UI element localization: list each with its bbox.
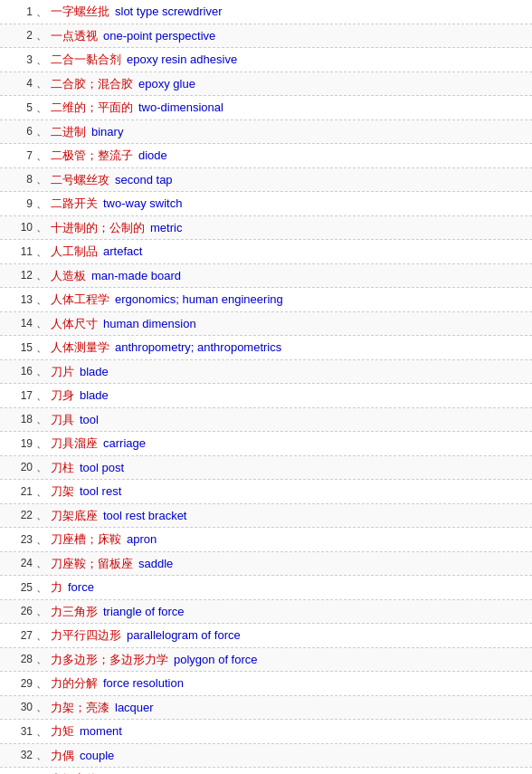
item-content: 力架；亮漆lacquer — [51, 699, 154, 717]
vocabulary-list: 1、一字螺丝批slot type screwdriver2、一点透视one-po… — [0, 0, 532, 774]
item-number: 13 — [4, 291, 33, 308]
list-item: 18、刀具tool — [0, 408, 532, 433]
item-content: 一点透视one-point perspective — [51, 27, 215, 45]
item-bullet: 、 — [36, 411, 47, 427]
item-bullet: 、 — [36, 435, 47, 452]
item-content: 二维的；平面的two-dimensional — [51, 99, 223, 117]
item-number: 21 — [4, 483, 33, 500]
item-number: 5 — [4, 100, 33, 116]
item-chinese: 刀柱 — [51, 459, 74, 477]
item-english: human dimension — [103, 315, 196, 333]
item-content: 刀架tool rest — [51, 483, 121, 501]
item-number: 26 — [4, 603, 33, 619]
item-bullet: 、 — [36, 747, 47, 763]
item-bullet: 、 — [36, 267, 47, 283]
item-number: 27 — [4, 627, 33, 644]
list-item: 32、力偶couple — [0, 744, 532, 769]
list-item: 10、十进制的；公制的metric — [0, 216, 532, 241]
item-content: 力force — [51, 578, 94, 597]
item-bullet: 、 — [36, 196, 47, 212]
item-number: 24 — [4, 555, 33, 571]
item-chinese: 力的分解 — [51, 674, 98, 693]
item-number: 6 — [4, 123, 33, 139]
item-chinese: 刀身 — [51, 387, 74, 405]
item-english: couple — [80, 747, 114, 765]
item-content: 刀具tool — [51, 411, 99, 429]
list-item: 16、刀片blade — [0, 360, 532, 385]
item-chinese: 刀座鞍；留板座 — [51, 555, 133, 573]
item-chinese: 力 — [51, 578, 62, 597]
item-number: 8 — [4, 171, 33, 187]
item-english: tool rest bracket — [103, 507, 187, 525]
item-chinese: 人体测量学 — [51, 339, 109, 357]
item-bullet: 、 — [36, 675, 47, 692]
item-number: 19 — [4, 435, 33, 452]
item-english: parallelogram of force — [127, 626, 241, 645]
item-content: 力多边形；多边形力学polygon of force — [51, 651, 258, 669]
item-chinese: 刀座槽；床鞍 — [51, 530, 121, 549]
item-content: 刀座槽；床鞍apron — [51, 530, 157, 549]
list-item: 33、力矩定律law of moment — [0, 768, 532, 774]
item-chinese: 二维的；平面的 — [51, 99, 133, 117]
list-item: 14、人体尺寸human dimension — [0, 312, 532, 337]
item-bullet: 、 — [36, 100, 47, 116]
item-english: binary — [91, 123, 123, 141]
item-bullet: 、 — [36, 555, 47, 571]
list-item: 9、二路开关two-way switch — [0, 192, 532, 216]
item-english: carriage — [103, 435, 146, 453]
item-english: blade — [80, 363, 109, 381]
item-number: 15 — [4, 339, 33, 356]
item-english: lacquer — [115, 699, 154, 717]
item-bullet: 、 — [36, 723, 47, 740]
list-item: 2、一点透视one-point perspective — [0, 24, 532, 49]
item-bullet: 、 — [36, 4, 47, 20]
item-content: 二极管；整流子diode — [51, 147, 167, 165]
item-bullet: 、 — [36, 27, 47, 43]
list-item: 5、二维的；平面的two-dimensional — [0, 96, 532, 120]
item-content: 力平行四边形parallelogram of force — [51, 626, 241, 645]
item-bullet: 、 — [36, 219, 47, 235]
list-item: 26、力三角形triangle of force — [0, 600, 532, 625]
list-item: 1、一字螺丝批slot type screwdriver — [0, 0, 532, 24]
item-bullet: 、 — [36, 363, 47, 379]
item-number: 20 — [4, 459, 33, 475]
item-content: 力三角形triangle of force — [51, 603, 185, 621]
item-english: anthropometry; anthropometrics — [115, 339, 281, 357]
item-english: tool — [80, 411, 99, 429]
item-chinese: 二号螺丝攻 — [51, 171, 109, 189]
item-chinese: 刀架 — [51, 483, 74, 501]
item-number: 18 — [4, 411, 33, 427]
item-bullet: 、 — [36, 315, 47, 331]
item-english: polygon of force — [174, 651, 258, 669]
item-chinese: 二极管；整流子 — [51, 147, 133, 165]
item-content: 力的分解force resolution — [51, 674, 184, 693]
item-content: 二号螺丝攻second tap — [51, 171, 173, 189]
item-chinese: 力偶 — [51, 747, 74, 765]
item-english: apron — [127, 530, 157, 549]
item-number: 12 — [4, 267, 33, 283]
item-number: 28 — [4, 651, 33, 667]
list-item: 28、力多边形；多边形力学polygon of force — [0, 648, 532, 673]
item-content: 二合胶；混合胶epoxy glue — [51, 75, 195, 93]
item-chinese: 人工制品 — [51, 243, 98, 261]
item-content: 人体测量学anthropometry; anthropometrics — [51, 339, 281, 357]
item-bullet: 、 — [36, 387, 47, 404]
list-item: 20、刀柱tool post — [0, 456, 532, 481]
item-chinese: 人造板 — [51, 267, 86, 285]
item-content: 力矩moment — [51, 722, 122, 741]
item-chinese: 人体工程学 — [51, 291, 109, 309]
list-item: 22、刀架底座tool rest bracket — [0, 504, 532, 529]
item-english: triangle of force — [103, 603, 185, 621]
item-number: 23 — [4, 531, 33, 548]
item-bullet: 、 — [36, 699, 47, 715]
list-item: 21、刀架tool rest — [0, 480, 532, 504]
item-bullet: 、 — [36, 531, 47, 548]
item-chinese: 刀具 — [51, 411, 74, 429]
item-number: 29 — [4, 675, 33, 692]
item-chinese: 力平行四边形 — [51, 626, 121, 645]
item-content: 刀柱tool post — [51, 459, 124, 477]
item-bullet: 、 — [36, 483, 47, 500]
list-item: 3、二合一黏合剂epoxy resin adhesive — [0, 48, 532, 72]
item-chinese: 刀片 — [51, 363, 74, 381]
item-english: metric — [150, 219, 182, 237]
